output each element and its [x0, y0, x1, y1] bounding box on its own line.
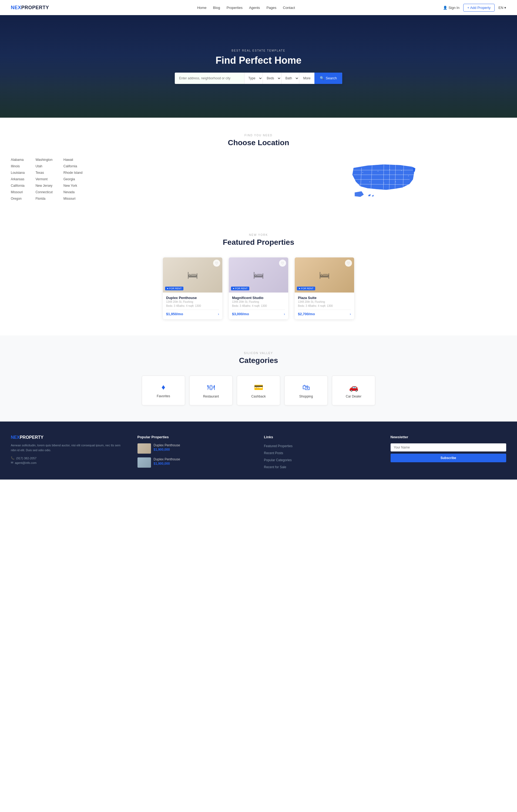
categories-label: SILICON VALLEY: [11, 352, 506, 355]
nav-item-home[interactable]: Home: [197, 6, 207, 10]
hero-section: BEST REAL ESTATE TEMPLATE Find Perfect H…: [0, 15, 517, 118]
svg-point-14: [408, 176, 409, 176]
footer-link[interactable]: Recent for Sale: [264, 465, 286, 469]
property-address: 1348 20th St, Flushing: [232, 300, 285, 303]
add-property-button[interactable]: + Add Property: [463, 4, 495, 11]
svg-point-17: [369, 181, 370, 182]
badge-label: FOR RENT: [301, 287, 313, 290]
location-item[interactable]: Washington: [35, 158, 52, 162]
location-item[interactable]: Arkansas: [11, 177, 25, 181]
category-card-car-dealer[interactable]: 🚗 Car Dealer: [332, 376, 375, 405]
category-icon: 🛍: [302, 383, 310, 392]
category-icon: 🚗: [349, 383, 358, 392]
location-item[interactable]: Missouri: [63, 197, 83, 201]
location-col-3: HawaiiCaliforniaRhode IslandGeorgiaNew Y…: [63, 158, 83, 201]
svg-point-15: [395, 181, 396, 182]
categories-grid: ♦ Favorites 🍽 Restaurant 💳 Cashback 🛍 Sh…: [11, 376, 506, 405]
location-item[interactable]: Georgia: [63, 177, 83, 181]
nav-item-properties[interactable]: Properties: [227, 6, 243, 10]
footer-logo: NEXPROPERTY: [11, 435, 127, 440]
location-item[interactable]: Florida: [35, 197, 52, 201]
location-item[interactable]: California: [63, 164, 83, 168]
footer-link[interactable]: Featured Properties: [264, 444, 293, 448]
location-item[interactable]: New York: [63, 184, 83, 187]
location-item[interactable]: Missouri: [11, 190, 25, 194]
footer-property-price: $1,900,000: [154, 462, 180, 465]
property-arrow[interactable]: ›: [284, 312, 285, 316]
property-image: 🛏 ● FOR RENT ♡: [229, 257, 288, 292]
location-item[interactable]: Alabama: [11, 158, 25, 162]
footer-property-item[interactable]: Duplex Penthouse $1,900,000: [137, 443, 253, 454]
for-rent-badge: ● FOR RENT: [231, 287, 249, 290]
property-address: 1348 20th St, Flushing: [166, 300, 219, 303]
navbar-right: 👤 Sign In + Add Property EN ▾: [443, 4, 506, 11]
property-info: Duplex Penthouse 1348 20th St, Flushing …: [163, 292, 222, 319]
favorite-button[interactable]: ♡: [213, 260, 220, 267]
language-label: EN: [498, 6, 503, 10]
location-item[interactable]: Rhode Island: [63, 171, 83, 175]
category-icon: 💳: [254, 383, 263, 392]
featured-label: NEW YORK: [11, 233, 506, 236]
categories-section: SILICON VALLEY Categories ♦ Favorites 🍽 …: [0, 336, 517, 422]
category-name: Favorites: [157, 394, 170, 398]
property-price: $2,700/mo: [298, 312, 315, 316]
location-item[interactable]: Texas: [35, 171, 52, 175]
links-title: Links: [264, 435, 380, 439]
svg-point-10: [362, 172, 363, 173]
nav-item-pages[interactable]: Pages: [266, 6, 276, 10]
location-item[interactable]: Louisiana: [11, 171, 25, 175]
property-arrow[interactable]: ›: [218, 312, 219, 316]
featured-title: Featured Properties: [11, 238, 506, 246]
location-item[interactable]: New Jersey: [35, 184, 52, 187]
more-button[interactable]: More: [299, 72, 314, 84]
favorite-button[interactable]: ♡: [345, 260, 352, 267]
location-item[interactable]: Vermont: [35, 177, 52, 181]
type-dropdown[interactable]: Type: [244, 72, 263, 84]
footer-property-image: [137, 443, 151, 454]
category-card-favorites[interactable]: ♦ Favorites: [142, 376, 185, 405]
footer-link[interactable]: Recent Posts: [264, 451, 283, 455]
search-input[interactable]: [175, 72, 244, 84]
logo-nex: NEX: [11, 5, 21, 10]
property-card: 🛏 ● FOR RENT ♡ Plaza Suite 1348 20th St,…: [295, 257, 354, 319]
dot-icon: ●: [299, 287, 300, 290]
footer-property-item[interactable]: Duplex Penthouse $1,900,000: [137, 457, 253, 468]
footer-popular-list: Duplex Penthouse $1,900,000 Duplex Penth…: [137, 443, 253, 468]
nav-item-blog[interactable]: Blog: [213, 6, 220, 10]
newsletter-input[interactable]: [390, 443, 507, 452]
location-item[interactable]: Nevada: [63, 190, 83, 194]
footer-link[interactable]: Popular Categories: [264, 458, 292, 462]
property-details: Beds: 3 4Baths: 4 •sqft: 1300: [166, 304, 219, 308]
favorite-button[interactable]: ♡: [279, 260, 286, 267]
nav-item-contact[interactable]: Contact: [283, 6, 295, 10]
bath-dropdown[interactable]: Bath: [281, 72, 299, 84]
location-item[interactable]: Utah: [35, 164, 52, 168]
hero-subtitle: BEST REAL ESTATE TEMPLATE: [175, 49, 342, 52]
language-selector[interactable]: EN ▾: [498, 6, 506, 10]
location-item[interactable]: Oregon: [11, 197, 25, 201]
location-item[interactable]: Hawaii: [63, 158, 83, 162]
usa-map-svg: [349, 158, 419, 201]
property-arrow[interactable]: ›: [350, 312, 351, 316]
location-item[interactable]: California: [11, 184, 25, 187]
signin-link[interactable]: 👤 Sign In: [443, 6, 459, 10]
search-button[interactable]: 🔍 Search: [315, 72, 342, 84]
logo-property: PROPERTY: [21, 5, 49, 10]
category-card-restaurant[interactable]: 🍽 Restaurant: [189, 376, 233, 405]
category-card-shopping[interactable]: 🛍 Shopping: [284, 376, 328, 405]
category-name: Restaurant: [203, 395, 219, 398]
choose-location-section: FIND YOU NEED Choose Location AlabamaIll…: [0, 118, 517, 217]
footer-property-price: $1,900,000: [154, 448, 180, 452]
location-item[interactable]: Illinois: [11, 164, 25, 168]
hero-title: Find Perfect Home: [175, 55, 342, 66]
footer-col-popular: Popular Properties Duplex Penthouse $1,9…: [137, 435, 253, 471]
category-card-cashback[interactable]: 💳 Cashback: [237, 376, 280, 405]
category-icon: ♦: [162, 383, 165, 392]
svg-point-16: [383, 183, 384, 183]
nav-item-agents[interactable]: Agents: [249, 6, 260, 10]
location-item[interactable]: Connecticut: [35, 190, 52, 194]
subscribe-button[interactable]: Subscribe: [390, 454, 507, 462]
category-name: Car Dealer: [346, 395, 361, 398]
property-details: Beds: 3 4Baths: 4 •sqft: 1300: [232, 304, 285, 308]
beds-dropdown[interactable]: Beds: [263, 72, 281, 84]
